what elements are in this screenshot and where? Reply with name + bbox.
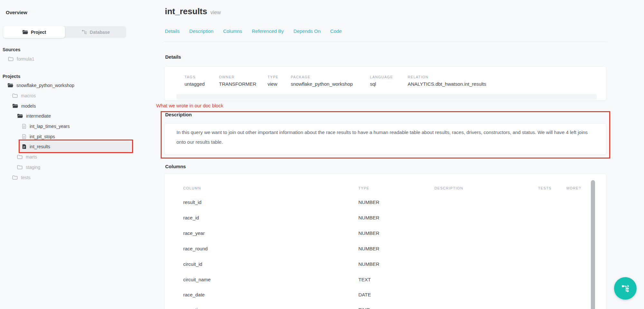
sidebar-item-staging[interactable]: staging <box>17 162 40 172</box>
annotation-box-selected-model <box>19 140 133 153</box>
page-title: int_resultsview <box>165 6 221 16</box>
column-row-type: NUMBER <box>358 230 379 237</box>
lineage-graph-icon <box>620 283 630 294</box>
column-row-type: NUMBER <box>358 199 379 206</box>
column-row-name[interactable]: result_id <box>183 199 202 206</box>
folder-open-icon <box>17 113 23 118</box>
column-header-more: MORE? <box>566 186 581 190</box>
details-section-heading: Details <box>165 54 181 60</box>
column-row-name[interactable]: race_date <box>183 292 205 298</box>
tab-code[interactable]: Code <box>330 28 342 34</box>
tree-item-label: marts <box>26 154 37 159</box>
folder-open-icon <box>22 30 28 34</box>
annotation-text: What we wrote in our doc block <box>156 103 223 108</box>
sidebar-item-intermediate[interactable]: intermediate <box>17 111 51 121</box>
folder-closed-icon <box>12 175 18 180</box>
description-section-heading: Description <box>165 112 192 117</box>
tree-item-label: tests <box>21 175 31 180</box>
sidebar-item-macros[interactable]: macros <box>12 91 36 101</box>
tree-item-label: intermediate <box>26 113 51 119</box>
tab-depends-on[interactable]: Depends On <box>293 28 320 34</box>
details-footer-strip <box>176 94 597 100</box>
detail-value: snowflake_python_workshop <box>291 81 353 87</box>
detail-label: PACKAGE <box>291 75 310 79</box>
tree-item-label: models <box>21 103 36 109</box>
columns-section-heading: Columns <box>165 164 186 169</box>
column-row-name[interactable]: race_round <box>183 246 208 252</box>
toggle-project-button[interactable]: Project <box>3 26 65 38</box>
sidebar-item-tests[interactable]: tests <box>12 172 31 182</box>
tree-item-label: snowflake_python_workshop <box>16 83 74 88</box>
sources-heading: Sources <box>3 47 20 52</box>
lineage-graph-button[interactable] <box>614 277 637 300</box>
columns-card: COLUMN TYPE DESCRIPTION TESTS MORE? resu… <box>164 173 606 309</box>
sidebar-item-marts[interactable]: marts <box>17 152 37 162</box>
view-toggle: Project Database <box>3 26 126 38</box>
detail-label: TAGS <box>185 75 195 79</box>
overview-heading: Overview <box>6 10 27 15</box>
dbt-docs-page: Overview Project Database Sources formul… <box>0 0 644 309</box>
detail-value: view <box>268 81 277 87</box>
table-scrollbar[interactable] <box>591 180 595 309</box>
tab-bar: Details Description Columns Referenced B… <box>165 28 342 34</box>
column-header-description: DESCRIPTION <box>434 186 463 190</box>
hierarchy-icon <box>81 29 87 35</box>
file-icon <box>22 124 26 129</box>
column-row-type: NUMBER <box>358 261 379 268</box>
column-row-name[interactable]: race_year <box>183 230 205 237</box>
column-row-type: NUMBER <box>358 246 379 252</box>
column-row-type: NUMBER <box>358 215 379 221</box>
detail-label: LANGUAGE <box>370 75 393 79</box>
column-row-name[interactable]: race_id <box>183 215 199 221</box>
tab-referenced-by[interactable]: Referenced By <box>252 28 284 34</box>
toggle-project-label: Project <box>31 30 46 35</box>
folder-closed-icon <box>17 165 23 169</box>
column-row-type: TIME <box>358 307 370 309</box>
detail-label: OWNER <box>219 75 235 79</box>
folder-closed-icon <box>8 57 14 61</box>
tab-divider <box>164 41 606 42</box>
folder-open-icon <box>12 103 18 108</box>
column-row-name[interactable]: race_time <box>183 307 204 309</box>
column-header-type: TYPE <box>358 186 369 190</box>
sidebar-item-label: formula1 <box>17 56 34 62</box>
column-row-type: DATE <box>358 292 371 298</box>
tab-columns[interactable]: Columns <box>223 28 242 34</box>
folder-closed-icon <box>12 93 18 98</box>
tree-item-label: int_pit_stops <box>30 134 55 139</box>
detail-label: TYPE <box>268 75 279 79</box>
materialization-badge: view <box>211 10 221 15</box>
column-row-name[interactable]: circuit_name <box>183 277 211 283</box>
folder-closed-icon <box>17 155 23 159</box>
detail-value: sql <box>370 81 376 87</box>
column-header-column: COLUMN <box>183 186 201 190</box>
toggle-database-button[interactable]: Database <box>65 26 126 38</box>
description-text: In this query we want to join out other … <box>176 128 595 147</box>
tree-item-label: macros <box>21 93 36 98</box>
sidebar-item-formula1[interactable]: formula1 <box>8 54 34 64</box>
toggle-database-label: Database <box>90 30 110 35</box>
tab-details[interactable]: Details <box>165 28 180 34</box>
column-row-type: TEXT <box>358 277 371 283</box>
detail-label: RELATION <box>408 75 429 79</box>
sidebar-item-snowflake-python-workshop[interactable]: snowflake_python_workshop <box>7 80 74 90</box>
tree-item-label: int_lap_times_years <box>30 124 70 129</box>
projects-heading: Projects <box>3 74 20 79</box>
details-card: TAGS untagged OWNER TRANSFORMER TYPE vie… <box>164 66 606 101</box>
detail-value: TRANSFORMER <box>219 81 256 87</box>
tree-item-label: staging <box>26 165 40 170</box>
detail-value: ANALYTICS.dbt_hwatson.int_results <box>408 81 486 87</box>
column-header-tests: TESTS <box>538 186 552 190</box>
file-icon <box>22 134 26 139</box>
description-card: In this query we want to join out other … <box>164 123 606 155</box>
folder-open-icon <box>7 83 13 88</box>
sidebar-item-models[interactable]: models <box>12 101 36 111</box>
column-row-name[interactable]: circuit_id <box>183 261 202 268</box>
sidebar-item-int-lap-times-years[interactable]: int_lap_times_years <box>22 121 70 131</box>
detail-value: untagged <box>185 81 205 87</box>
model-name: int_results <box>165 6 207 16</box>
tab-description[interactable]: Description <box>189 28 213 34</box>
